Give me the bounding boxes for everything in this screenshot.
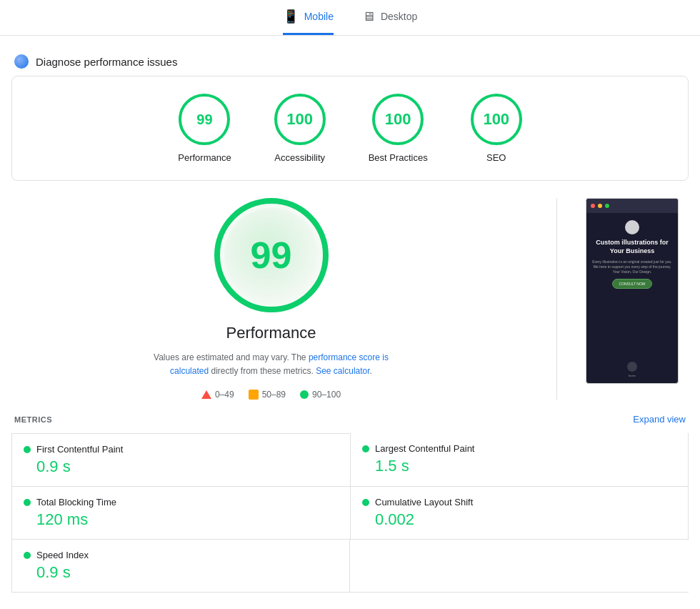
score-circle-best-practices: 100: [372, 94, 424, 145]
metric-si-name-row: Speed Index: [24, 550, 338, 560]
calculator-link[interactable]: See calculator: [316, 366, 369, 376]
metric-fcp: First Contentful Paint 0.9 s: [11, 433, 350, 487]
metric-fcp-name-row: First Contentful Paint: [24, 444, 339, 455]
right-panel: Custom illustrations for Your Business E…: [586, 198, 686, 400]
mobile-icon: 📱: [283, 9, 299, 24]
diagnose-icon: [14, 54, 29, 69]
score-cards: 99 Performance 100 Accessibility 100 Bes…: [24, 94, 676, 163]
metric-si-value: 0.9 s: [36, 563, 338, 582]
main-section: 99 Performance Values are estimated and …: [0, 198, 700, 400]
score-card-seo[interactable]: 100 SEO: [471, 94, 522, 163]
subtitle-after: .: [370, 366, 372, 376]
score-label-best-practices: Best Practices: [369, 152, 428, 163]
score-card-best-practices[interactable]: 100 Best Practices: [369, 94, 428, 163]
orange-square-icon: [249, 390, 259, 400]
performance-title: Performance: [226, 324, 316, 342]
metric-lcp-name: Largest Contentful Paint: [375, 443, 474, 454]
metric-lcp-value: 1.5 s: [375, 457, 676, 475]
score-value-best-practices: 100: [385, 110, 411, 129]
metric-lcp-dot: [362, 445, 369, 452]
score-value-seo: 100: [483, 110, 509, 129]
screenshot-logo: [625, 220, 639, 234]
tab-mobile-label: Mobile: [304, 11, 334, 22]
legend-orange: 50–89: [249, 390, 286, 400]
metric-tbt-value: 120 ms: [36, 510, 339, 529]
metrics-header: METRICS Expand view: [0, 414, 700, 425]
metric-cls: Cumulative Layout Shift 0.002: [350, 487, 689, 540]
green-dot-icon: [300, 390, 309, 399]
left-panel: 99 Performance Values are estimated and …: [14, 198, 528, 400]
metric-cls-name-row: Cumulative Layout Shift: [362, 497, 676, 508]
screenshot-footer: footer: [586, 362, 678, 377]
score-circle-accessibility: 100: [274, 94, 326, 145]
metric-empty: [350, 540, 689, 593]
window-dot-green: [605, 204, 609, 208]
metric-si-dot: [24, 552, 31, 559]
subtitle-between: directly from these metrics.: [211, 366, 313, 376]
metric-tbt-dot: [24, 499, 31, 506]
footer-icon: [627, 362, 637, 372]
red-triangle-icon: [201, 390, 211, 399]
score-label-performance: Performance: [178, 152, 231, 163]
legend-red: 0–49: [201, 390, 234, 400]
footer-text: footer: [629, 374, 636, 377]
tab-bar: 📱 Mobile 🖥 Desktop: [0, 0, 700, 36]
metric-lcp: Largest Contentful Paint 1.5 s: [350, 433, 689, 487]
metric-si: Speed Index 0.9 s: [11, 540, 350, 593]
score-card-accessibility[interactable]: 100 Accessibility: [274, 94, 326, 163]
metric-fcp-dot: [24, 446, 31, 453]
screenshot-content: Custom illustrations for Your Business E…: [586, 213, 678, 296]
metric-cls-dot: [362, 499, 369, 506]
legend-red-label: 0–49: [215, 390, 234, 400]
score-label-seo: SEO: [486, 152, 506, 163]
metric-cls-name: Cumulative Layout Shift: [375, 497, 473, 508]
legend-orange-label: 50–89: [262, 390, 286, 400]
window-dot-red: [591, 204, 595, 208]
screenshot-frame: Custom illustrations for Your Business E…: [586, 198, 679, 384]
metrics-grid: First Contentful Paint 0.9 s Largest Con…: [11, 433, 689, 540]
subtitle-before: Values are estimated and may vary. The: [154, 352, 306, 362]
big-score-circle: 99: [214, 198, 329, 312]
tab-desktop[interactable]: 🖥 Desktop: [362, 9, 417, 35]
vertical-divider: [556, 198, 557, 400]
metric-last-row: Speed Index 0.9 s: [11, 540, 689, 593]
legend-green: 90–100: [300, 390, 341, 400]
diagnose-bar: Diagnose performance issues: [0, 47, 700, 76]
window-dot-yellow: [598, 204, 602, 208]
score-card-performance[interactable]: 99 Performance: [178, 94, 231, 163]
perf-subtitle: Values are estimated and may vary. The p…: [136, 351, 407, 378]
metric-fcp-value: 0.9 s: [36, 457, 339, 476]
metric-fcp-name: First Contentful Paint: [36, 444, 123, 455]
metric-tbt-name-row: Total Blocking Time: [24, 497, 339, 508]
legend: 0–49 50–89 90–100: [201, 390, 341, 400]
screenshot-header: [586, 199, 678, 213]
expand-view-button[interactable]: Expand view: [633, 414, 686, 425]
score-value-accessibility: 100: [286, 110, 313, 129]
metric-tbt: Total Blocking Time 120 ms: [11, 487, 350, 540]
score-label-accessibility: Accessibility: [274, 152, 325, 163]
score-circle-performance: 99: [179, 94, 230, 145]
metric-lcp-name-row: Largest Contentful Paint: [362, 443, 676, 454]
screenshot-button: CONSULT NOW: [612, 279, 651, 289]
screenshot-body: Every illustration is an original create…: [592, 259, 672, 274]
metric-tbt-name: Total Blocking Time: [36, 497, 116, 508]
legend-green-label: 90–100: [312, 390, 341, 400]
big-score-value: 99: [251, 234, 292, 277]
score-value-performance: 99: [196, 112, 212, 128]
desktop-icon: 🖥: [362, 9, 375, 24]
diagnose-label: Diagnose performance issues: [36, 56, 177, 68]
screenshot-headline: Custom illustrations for Your Business: [592, 239, 672, 255]
metric-cls-value: 0.002: [375, 510, 676, 529]
metric-si-name: Speed Index: [36, 550, 89, 560]
tab-mobile[interactable]: 📱 Mobile: [283, 9, 334, 35]
tab-desktop-label: Desktop: [381, 11, 417, 22]
score-circle-seo: 100: [471, 94, 522, 145]
metrics-label: METRICS: [14, 415, 52, 424]
score-cards-section: 99 Performance 100 Accessibility 100 Bes…: [11, 76, 689, 181]
